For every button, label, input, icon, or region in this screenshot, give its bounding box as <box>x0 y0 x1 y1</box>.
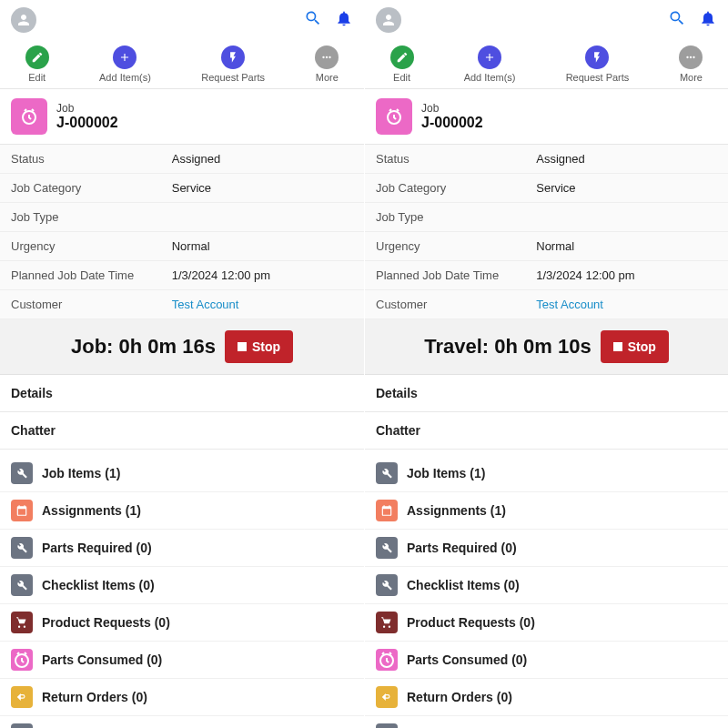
topbar <box>365 0 728 36</box>
related-row[interactable]: Parts Consumed (0) <box>0 642 364 679</box>
action-label: More <box>680 72 703 83</box>
wrench-icon <box>376 537 398 559</box>
related-row[interactable]: Return Orders (0) <box>365 679 728 716</box>
field-row: UrgencyNormal <box>0 232 364 261</box>
field-value: Assigned <box>172 152 220 166</box>
svg-point-1 <box>326 56 328 58</box>
field-value: Normal <box>172 239 210 253</box>
job-id: J-000002 <box>56 115 118 131</box>
search-icon[interactable] <box>304 9 322 31</box>
related-label: Assignments (1) <box>407 503 506 518</box>
timer-text: Travel: 0h 0m 10s <box>424 335 591 359</box>
field-value: Assigned <box>536 152 584 166</box>
section-chatter[interactable]: Chatter <box>0 412 364 450</box>
field-value: Normal <box>536 239 574 253</box>
timer-bar: Job: 0h 0m 16sStop <box>0 319 364 375</box>
action-bolt[interactable]: Request Parts <box>566 46 630 83</box>
fields: StatusAssignedJob CategoryServiceJob Typ… <box>0 144 364 319</box>
section-details[interactable]: Details <box>365 375 728 412</box>
action-edit[interactable]: Edit <box>25 46 49 83</box>
job-tag: Job <box>56 102 118 115</box>
field-value[interactable]: Test Account <box>172 298 239 311</box>
search-icon[interactable] <box>668 9 686 31</box>
related-row[interactable]: Assignments (1) <box>0 492 364 530</box>
field-row: Planned Job Date Time1/3/2024 12:00 pm <box>365 261 728 290</box>
actions-row: EditAdd Item(s)Request PartsMore <box>365 44 728 89</box>
action-more[interactable]: More <box>315 46 339 83</box>
plus-icon <box>113 46 136 69</box>
timer-bar: Travel: 0h 0m 10sStop <box>365 319 728 375</box>
clock-icon <box>11 98 47 135</box>
wrench-icon <box>376 574 398 596</box>
related-label: Return Orders (0) <box>407 690 512 704</box>
related-row[interactable]: Job Items (1) <box>0 455 364 492</box>
cart-icon <box>376 612 398 633</box>
svg-point-2 <box>329 56 331 58</box>
related-label: Parts Required (0) <box>407 541 517 555</box>
clock-icon <box>376 98 412 135</box>
action-plus[interactable]: Add Item(s) <box>99 46 151 83</box>
field-label: Job Type <box>376 210 536 224</box>
stop-label: Stop <box>252 339 280 354</box>
related-row[interactable]: Product Requests (0) <box>0 604 364 642</box>
wrench-icon <box>11 537 33 559</box>
related-row[interactable]: Assignments (1) <box>365 492 728 530</box>
field-value[interactable]: Test Account <box>536 298 603 311</box>
job-tag: Job <box>421 102 483 115</box>
field-row: CustomerTest Account <box>0 290 364 319</box>
action-label: Request Parts <box>201 72 265 83</box>
stop-button[interactable]: Stop <box>601 330 669 363</box>
action-label: Edit <box>28 72 46 83</box>
topbar <box>0 0 364 36</box>
stop-button[interactable]: Stop <box>225 330 293 363</box>
action-label: Add Item(s) <box>99 72 151 83</box>
related-lists: Job Items (1)Assignments (1)Parts Requir… <box>0 450 364 728</box>
action-plus[interactable]: Add Item(s) <box>464 46 516 83</box>
related-label: Parts Consumed (0) <box>42 652 162 667</box>
avatar[interactable] <box>376 7 401 33</box>
related-row[interactable]: Parts Consumed (0) <box>365 642 728 679</box>
related-row[interactable]: Time Cards (2) <box>365 716 728 728</box>
related-row[interactable]: Return Orders (0) <box>0 679 364 716</box>
field-label: Customer <box>376 298 536 311</box>
action-edit[interactable]: Edit <box>390 46 414 83</box>
related-row[interactable]: Parts Required (0) <box>365 530 728 567</box>
svg-point-5 <box>687 56 689 58</box>
edit-icon <box>25 46 49 69</box>
clock-icon <box>11 649 33 671</box>
related-label: Product Requests (0) <box>407 615 535 630</box>
related-row[interactable]: Checklist Items (0) <box>0 567 364 604</box>
section-chatter[interactable]: Chatter <box>365 412 728 450</box>
bell-icon[interactable] <box>699 9 717 31</box>
bell-icon[interactable] <box>335 9 353 31</box>
field-label: Customer <box>11 298 172 311</box>
calendar-icon <box>11 500 33 521</box>
field-row: Job CategoryService <box>365 174 728 203</box>
related-row[interactable]: Checklist Items (0) <box>365 567 728 604</box>
related-label: Parts Required (0) <box>42 541 152 555</box>
return-icon <box>11 686 33 708</box>
job-id: J-000002 <box>421 115 483 131</box>
related-label: Job Items (1) <box>42 466 120 480</box>
bolt-icon <box>221 46 245 69</box>
section-details[interactable]: Details <box>0 375 364 412</box>
avatar[interactable] <box>11 7 36 33</box>
related-row[interactable]: Product Requests (0) <box>365 604 728 642</box>
related-row[interactable]: Job Items (1) <box>365 455 728 492</box>
related-label: Parts Consumed (0) <box>407 652 527 667</box>
action-more[interactable]: More <box>679 46 703 83</box>
svg-point-0 <box>323 56 325 58</box>
field-row: StatusAssigned <box>0 145 364 174</box>
field-row: StatusAssigned <box>365 145 728 174</box>
calendar-icon <box>376 500 398 521</box>
related-row[interactable]: Time Cards (1) <box>0 716 364 728</box>
wrench-icon <box>376 462 398 484</box>
action-bolt[interactable]: Request Parts <box>201 46 265 83</box>
field-row: Job Type <box>365 203 728 232</box>
action-label: Request Parts <box>566 72 630 83</box>
wrench-icon <box>11 462 33 484</box>
bolt-icon <box>585 46 609 69</box>
field-label: Planned Job Date Time <box>376 268 536 282</box>
related-row[interactable]: Parts Required (0) <box>0 530 364 567</box>
field-label: Status <box>11 152 172 166</box>
